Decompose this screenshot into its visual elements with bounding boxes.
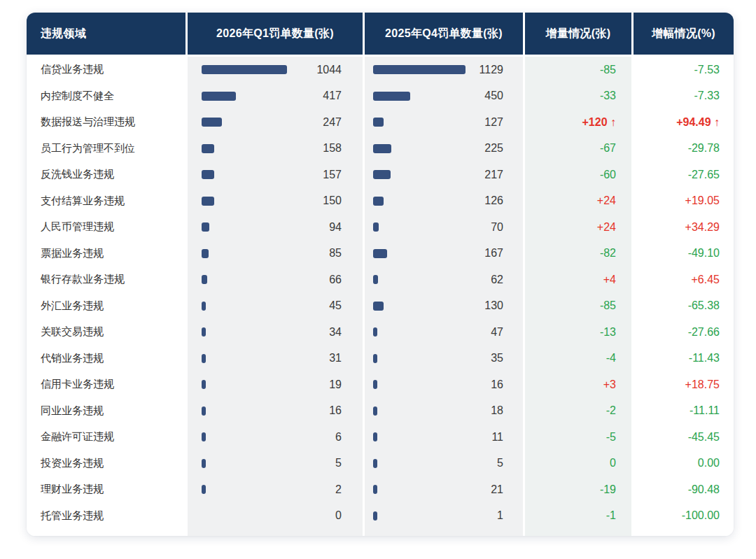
pct-value: +18.75 [631, 372, 734, 398]
pct-value: -65.38 [631, 293, 734, 320]
q1-bar [202, 118, 222, 127]
q1-value: 45 [206, 299, 363, 312]
delta-value: +24 [523, 188, 631, 215]
pct-value: -100.00 [631, 503, 734, 530]
q1-value: 158 [214, 142, 363, 155]
delta-value: +4 [523, 267, 631, 293]
table-row: 数据报送与治理违规 247 127 +120 ↑ +94.49 ↑ [27, 109, 734, 136]
q1-value: 150 [214, 194, 363, 207]
table-row: 代销业务违规 31 35 -4 -11.43 [27, 346, 734, 372]
pct-value: -7.53 [631, 57, 734, 83]
q4-value: 450 [410, 90, 523, 102]
table-row: 投资业务违规 5 5 0 0.00 [27, 451, 734, 477]
table-row: 银行存款业务违规 66 62 +4 +6.45 [27, 267, 734, 293]
q1-bar [202, 92, 236, 101]
delta-value: +24 [523, 214, 631, 241]
q4-bar-cell: 35 [363, 346, 523, 372]
q4-value: 1 [377, 509, 523, 522]
q4-bar-cell: 62 [363, 267, 523, 293]
violation-area-label: 票据业务违规 [27, 241, 186, 267]
table-row: 信贷业务违规 1044 1129 -85 -7.53 [27, 57, 734, 83]
q4-bar [373, 144, 391, 153]
q1-bar-cell: 66 [186, 267, 363, 293]
delta-value: -82 [523, 241, 631, 267]
pct-value: 0.00 [631, 451, 734, 477]
table-body: 信贷业务违规 1044 1129 -85 -7.53 内控制度不健全 417 4… [27, 57, 734, 529]
q4-value: 16 [377, 378, 523, 391]
violation-area-label: 信用卡业务违规 [27, 372, 186, 398]
q4-bar-cell: 16 [363, 372, 523, 398]
q1-value: 0 [188, 509, 363, 522]
table-row: 反洗钱业务违规 157 217 -60 -27.65 [27, 162, 734, 188]
q4-value: 21 [377, 483, 523, 496]
q1-value: 6 [206, 431, 363, 444]
delta-value: -33 [523, 83, 631, 110]
violation-area-label: 数据报送与治理违规 [27, 109, 186, 136]
delta-value: -13 [523, 319, 631, 346]
table-header: 违规领域 2026年Q1罚单数量(张) 2025年Q4罚单数量(张) 增量情况(… [27, 13, 734, 57]
q4-bar-cell: 130 [363, 293, 523, 320]
violation-area-label: 理财业务违规 [27, 476, 186, 503]
q4-value: 167 [387, 247, 523, 260]
header-q4-2025-count: 2025年Q4罚单数量(张) [363, 13, 523, 55]
q4-bar [373, 92, 410, 101]
delta-value: -85 [523, 57, 631, 83]
q1-value: 1044 [287, 64, 363, 76]
q1-bar-cell: 34 [186, 319, 363, 346]
q1-bar-cell: 0 [186, 503, 363, 530]
q4-value: 11 [377, 431, 523, 444]
q1-bar [202, 65, 287, 74]
q1-value: 34 [206, 326, 363, 339]
q4-bar [373, 302, 384, 311]
q1-bar [202, 249, 209, 258]
violation-area-label: 反洗钱业务违规 [27, 162, 186, 188]
violation-area-label: 代销业务违规 [27, 346, 186, 372]
q1-value: 5 [206, 457, 363, 469]
table-row: 金融许可证违规 6 11 -5 -45.45 [27, 424, 734, 451]
q4-bar-cell: 5 [363, 451, 523, 477]
q4-bar-cell: 21 [363, 476, 523, 503]
q1-bar [202, 197, 214, 206]
violation-area-label: 金融许可证违规 [27, 424, 186, 451]
q1-bar-cell: 85 [186, 241, 363, 267]
violation-area-label: 关联交易违规 [27, 319, 186, 346]
q4-value: 217 [391, 169, 523, 181]
delta-value: +3 [523, 372, 631, 398]
header-delta-count: 增量情况(张) [523, 13, 631, 55]
pct-value: +6.45 [631, 267, 734, 293]
table-row: 支付结算业务违规 150 126 +24 +19.05 [27, 188, 734, 215]
q4-bar-cell: 18 [363, 398, 523, 425]
q1-bar [202, 222, 209, 232]
pct-value: -49.10 [631, 241, 734, 267]
q1-bar-cell: 2 [186, 476, 363, 503]
q1-value: 19 [206, 378, 363, 391]
q1-value: 16 [206, 404, 363, 417]
delta-value: 0 [523, 451, 631, 477]
q4-value: 127 [384, 116, 523, 129]
table-row: 理财业务违规 2 21 -19 -90.48 [27, 476, 734, 503]
pct-value: -11.43 [631, 346, 734, 372]
table-row: 票据业务违规 85 167 -82 -49.10 [27, 241, 734, 267]
violation-area-label: 投资业务违规 [27, 451, 186, 477]
q1-bar-cell: 45 [186, 293, 363, 320]
q4-value: 18 [377, 404, 523, 417]
violation-area-label: 员工行为管理不到位 [27, 136, 186, 162]
delta-value: -19 [523, 476, 631, 503]
q4-bar-cell: 450 [363, 83, 523, 110]
q1-bar [202, 144, 214, 153]
q1-bar-cell: 150 [186, 188, 363, 215]
q4-bar-cell: 225 [363, 136, 523, 162]
violation-area-label: 人民币管理违规 [27, 214, 186, 241]
pct-value: +34.29 [631, 214, 734, 241]
header-q1-2026-count: 2026年Q1罚单数量(张) [186, 13, 363, 55]
q1-bar-cell: 247 [186, 109, 363, 136]
q1-bar-cell: 158 [186, 136, 363, 162]
q1-bar-cell: 16 [186, 398, 363, 425]
violation-area-label: 信贷业务违规 [27, 57, 186, 83]
delta-value: -2 [523, 398, 631, 425]
header-delta-percent: 增幅情况(%) [631, 13, 734, 55]
q4-value: 47 [377, 326, 523, 339]
q1-value: 417 [236, 90, 363, 102]
q1-bar-cell: 19 [186, 372, 363, 398]
q4-bar-cell: 1129 [363, 57, 523, 83]
